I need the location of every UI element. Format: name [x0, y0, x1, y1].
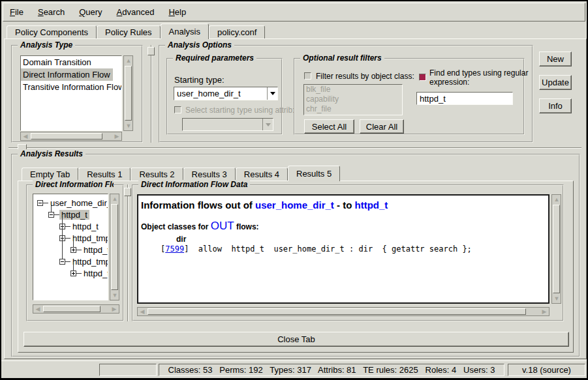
tree-node-label[interactable]: user_home_dir_t: [48, 198, 108, 208]
scroll-down-icon[interactable]: ▼: [124, 121, 133, 130]
menu-help[interactable]: Help: [168, 7, 186, 17]
tree-guide-line: [62, 214, 63, 259]
scroll-right-icon[interactable]: ▶: [112, 132, 121, 141]
flow-tree-hscrollbar[interactable]: ◀ ▶: [33, 304, 119, 314]
menu-search[interactable]: Search: [38, 7, 65, 17]
regex-checkbox[interactable]: [419, 74, 426, 81]
tree-guide-line: [51, 203, 52, 212]
tab-results-5[interactable]: Results 5: [288, 166, 340, 181]
scroll-thumb[interactable]: [553, 205, 560, 293]
flow-tree-vscrollbar[interactable]: ▲ ▼: [110, 194, 119, 300]
tree-node-label[interactable]: httpd_t: [70, 222, 101, 231]
pane-sash-handle[interactable]: [124, 188, 131, 196]
scroll-left-icon[interactable]: ◀: [138, 307, 147, 316]
flow-tree[interactable]: user_home_dir_t httpd_t httpd_t httpd_tm…: [33, 194, 108, 300]
scroll-thumb[interactable]: [43, 306, 101, 312]
scroll-down-icon[interactable]: ▼: [552, 294, 561, 303]
update-button[interactable]: Update: [539, 75, 572, 90]
close-tab-button[interactable]: Close Tab: [23, 332, 569, 347]
new-button[interactable]: New: [539, 51, 572, 66]
combo-dropdown-button[interactable]: [267, 87, 277, 100]
regex-input[interactable]: httpd_t: [416, 92, 513, 105]
tree-connector: [65, 261, 70, 262]
scroll-down-icon[interactable]: ▼: [110, 291, 119, 300]
starting-type-value: user_home_dir_t: [174, 89, 267, 98]
list-item[interactable]: Domain Transition: [21, 56, 121, 68]
scroll-thumb[interactable]: [31, 133, 102, 139]
analysis-options-title: Analysis Options: [165, 40, 234, 50]
scroll-up-icon[interactable]: ▲: [552, 195, 561, 204]
tree-node-label[interactable]: httpd_t: [82, 245, 108, 255]
tab-results-3[interactable]: Results 3: [183, 168, 236, 181]
pane-sash-vertical[interactable]: [127, 184, 129, 321]
menu-search-label: earch: [44, 7, 65, 17]
analysis-options-panel: Analysis Options Required parameters Sta…: [159, 45, 533, 143]
tree-node-label[interactable]: httpd_tmp_t: [70, 233, 108, 243]
tree-expander-minus-icon[interactable]: [48, 212, 54, 218]
scroll-up-icon[interactable]: ▲: [110, 194, 119, 203]
tab-results-2[interactable]: Results 2: [131, 168, 183, 181]
scroll-left-icon[interactable]: ◀: [21, 132, 30, 141]
scroll-thumb[interactable]: [111, 204, 118, 290]
flow-data-text[interactable]: Information flows out of user_home_dir_t…: [137, 194, 549, 304]
tree-expander-plus-icon[interactable]: [70, 247, 76, 253]
results-tab-bar: Empty Tab Results 1 Results 2 Results 3 …: [22, 166, 340, 181]
tab-results-4[interactable]: Results 4: [236, 168, 288, 181]
tab-policy-rules[interactable]: Policy Rules: [97, 25, 161, 39]
tab-policy-conf[interactable]: policy.conf: [209, 25, 265, 39]
tab-empty-tab[interactable]: Empty Tab: [22, 168, 78, 181]
tree-node[interactable]: httpd_t: [33, 267, 108, 279]
pane-sash-horizontal[interactable]: [8, 147, 581, 149]
tree-node[interactable]: user_home_dir_t: [33, 197, 108, 209]
tab-results-1[interactable]: Results 1: [78, 168, 131, 181]
tree-expander-minus-icon[interactable]: [59, 259, 65, 265]
list-item[interactable]: Transitive Information Flow: [21, 81, 121, 93]
analysis-type-hscrollbar[interactable]: ◀ ▶: [20, 132, 122, 141]
starting-type-combobox[interactable]: user_home_dir_t: [174, 87, 278, 100]
menu-advanced-label: dvanced: [122, 7, 154, 17]
tree-expander-plus-icon[interactable]: [70, 270, 76, 276]
flow-data-vscrollbar[interactable]: ▲ ▼: [551, 194, 561, 304]
flow-data-title: Direct Information Flow Data: [138, 180, 250, 189]
pane-sash-vertical[interactable]: [151, 45, 152, 143]
rule-number-link[interactable]: 7599: [165, 244, 184, 254]
tab-policy-components[interactable]: Policy Components: [7, 25, 97, 39]
regex-checkbox-label-line2: expression:: [429, 78, 469, 87]
tree-node-label[interactable]: httpd_tmpfs_t: [70, 257, 108, 267]
analysis-type-list[interactable]: Domain Transition Direct Information Flo…: [20, 55, 122, 131]
scroll-left-icon[interactable]: ◀: [33, 304, 42, 314]
info-button[interactable]: Info: [539, 98, 572, 113]
flow-data-hscrollbar[interactable]: ◀ ▶: [137, 307, 549, 316]
filter-object-class-checkbox[interactable]: [304, 72, 311, 80]
attrib-checkbox[interactable]: [174, 106, 181, 113]
select-all-button[interactable]: Select All: [304, 119, 354, 134]
scroll-right-icon[interactable]: ▶: [110, 304, 119, 314]
tree-node[interactable]: httpd_t: [33, 244, 108, 256]
tree-node[interactable]: httpd_tmpfs_t: [33, 256, 108, 267]
tree-node[interactable]: httpd_tmp_t: [33, 232, 108, 244]
scroll-up-icon[interactable]: ▲: [124, 56, 133, 65]
tree-node-label[interactable]: httpd_t: [82, 269, 108, 278]
clear-all-button[interactable]: Clear All: [360, 119, 404, 134]
menu-file[interactable]: File: [10, 7, 23, 17]
tree-expander-minus-icon[interactable]: [37, 200, 43, 206]
status-policy-stats: Classes: 53 Perms: 192 Types: 317 Attrib…: [159, 364, 504, 376]
scroll-thumb[interactable]: [125, 66, 132, 121]
scroll-right-icon[interactable]: ▶: [540, 307, 549, 316]
tree-node[interactable]: httpd_t: [33, 209, 108, 220]
menu-file-label: ile: [15, 7, 23, 17]
menu-file-mnemonic: F: [10, 7, 15, 17]
analysis-type-vscrollbar[interactable]: ▲ ▼: [123, 55, 133, 131]
scroll-thumb[interactable]: [147, 308, 526, 315]
flow-tree-panel: Direct Information Flow Tree user_home_d…: [26, 184, 124, 321]
menu-query[interactable]: Query: [79, 7, 102, 17]
tree-node[interactable]: httpd_t: [33, 220, 108, 232]
menu-advanced[interactable]: Advanced: [117, 7, 155, 17]
pane-sash-handle[interactable]: [147, 47, 155, 55]
tree-connector: [65, 226, 70, 227]
list-item-selected[interactable]: Direct Information Flow: [21, 68, 113, 81]
tree-node-label-selected[interactable]: httpd_t: [59, 210, 89, 220]
tab-analysis[interactable]: Analysis: [161, 23, 209, 39]
tree-connector: [76, 273, 82, 274]
optional-result-filters-title: Optional result filters: [300, 53, 384, 63]
